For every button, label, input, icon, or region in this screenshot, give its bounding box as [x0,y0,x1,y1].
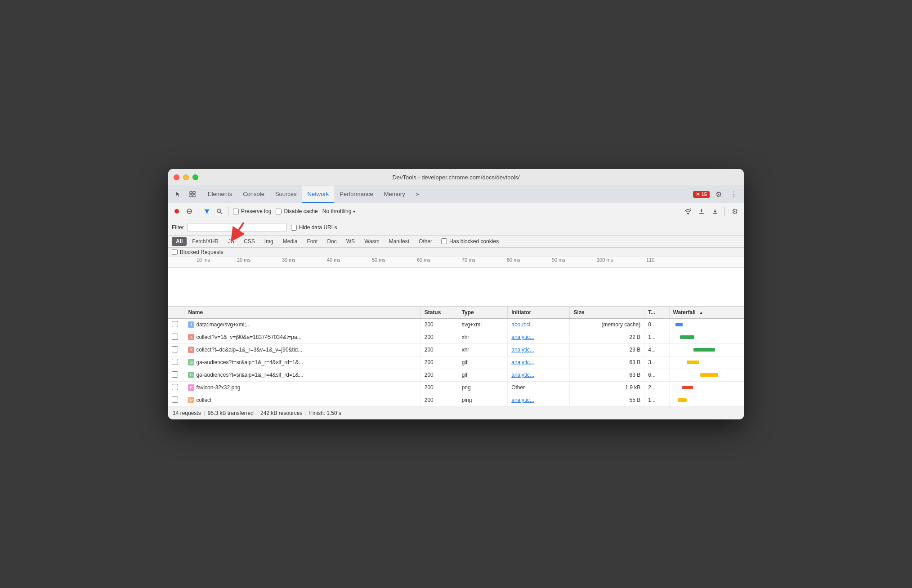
row-name[interactable]: Gga-audiences?t=sr&aip=1&_r=4&slf_rd=1&.… [184,356,420,369]
row-size: 22 B [570,331,644,343]
type-btn-font[interactable]: Font [303,237,322,246]
svg-point-7 [217,209,221,213]
initiator-link[interactable]: analytic... [511,334,534,340]
row-name[interactable]: Xcollect?v=1&_v=j90&a=1837457034&t=pa... [184,331,420,343]
row-name[interactable]: Xcollect?t=dc&aip=1&_r=3&v=1&_v=j90&tid.… [184,343,420,356]
filter-button[interactable] [201,205,213,217]
type-btn-css[interactable]: CSS [240,237,259,246]
blocked-requests-checkbox-label[interactable]: Blocked Requests [172,249,224,255]
initiator-link[interactable]: analytic... [511,359,534,365]
row-checkbox[interactable] [172,346,178,352]
svg-rect-11 [713,213,717,214]
row-initiator: Other [508,381,570,394]
disable-cache-checkbox[interactable] [276,209,282,214]
row-name[interactable]: Gga-audiences?t=sr&aip=1&_r=4&slf_rd=1&.… [184,369,420,381]
table-row[interactable]: Gga-audiences?t=sr&aip=1&_r=4&slf_rd=1&.… [168,369,744,381]
row-checkbox[interactable] [172,321,178,327]
type-btn-ws[interactable]: WS [342,237,359,246]
download-icon[interactable] [709,205,721,217]
upload-icon[interactable] [696,205,707,217]
th-size[interactable]: Size [570,307,644,319]
cursor-icon[interactable] [172,188,184,200]
network-settings-button[interactable]: ⚙ [729,205,741,218]
type-btn-wasm[interactable]: Wasm [360,237,384,246]
initiator-link[interactable]: analytic... [511,347,534,353]
row-time: 4... [644,343,669,356]
type-btn-other[interactable]: Other [415,237,436,246]
th-waterfall[interactable]: Waterfall ▲ [669,307,744,319]
preserve-log-checkbox-label[interactable]: Preserve log [233,208,271,214]
table-row[interactable]: Xcollect?v=1&_v=j90&a=1837457034&t=pa...… [168,331,744,343]
clear-button[interactable] [183,205,195,217]
tab-more[interactable]: » [411,186,425,203]
row-name[interactable]: Pcollect [184,394,420,406]
inspect-icon[interactable] [186,188,199,200]
disable-cache-checkbox-label[interactable]: Disable cache [276,208,317,214]
filter-input[interactable] [191,224,283,231]
row-name[interactable]: Pfavicon-32x32.png [184,381,420,394]
transferred-size: 95.3 kB transferred [208,410,254,416]
th-status[interactable]: Status [420,307,458,319]
tab-console[interactable]: Console [237,186,270,203]
th-time[interactable]: T... [644,307,669,319]
type-btn-media[interactable]: Media [279,237,302,246]
table-row[interactable]: Idata:image/svg+xml;...200svg+xmlabout:c… [168,318,744,331]
row-name-text: favicon-32x32.png [196,384,240,391]
tab-sources[interactable]: Sources [270,186,302,203]
window-title: DevTools - developer.chrome.com/docs/dev… [392,174,519,181]
has-blocked-cookies-checkbox[interactable] [441,238,447,244]
row-initiator[interactable]: analytic... [508,343,570,356]
row-initiator[interactable]: analytic... [508,331,570,343]
th-name[interactable]: Name [184,307,420,319]
settings-button[interactable]: ⚙ [712,188,725,200]
th-type[interactable]: Type [458,307,508,319]
row-initiator[interactable]: analytic... [508,356,570,369]
wifi-icon[interactable] [682,205,694,217]
maximize-button[interactable] [192,174,198,180]
svg-rect-3 [193,195,195,197]
blocked-requests-checkbox[interactable] [172,249,178,255]
type-btn-fetch-xhr[interactable]: Fetch/XHR [188,237,223,246]
row-initiator[interactable]: about:cl... [508,318,570,331]
type-btn-img[interactable]: Img [260,237,277,246]
row-checkbox[interactable] [172,371,178,378]
error-badge[interactable]: ✕ 15 [693,191,710,198]
tab-elements[interactable]: Elements [202,186,237,203]
hide-urls-checkbox[interactable] [291,225,297,231]
table-row[interactable]: Gga-audiences?t=sr&aip=1&_r=4&slf_rd=1&.… [168,356,744,369]
table-row[interactable]: Pfavicon-32x32.png200pngOther1.9 kB2... [168,381,744,394]
table-row[interactable]: Pcollect200pinganalytic...55 B1... [168,394,744,406]
initiator-link[interactable]: analytic... [511,397,534,403]
network-table-wrap[interactable]: Name Status Type Initiator Size T... Wat… [168,307,744,407]
search-button[interactable] [214,205,225,217]
more-options-button[interactable]: ⋮ [728,188,740,200]
row-name[interactable]: Idata:image/svg+xml;... [184,318,420,331]
row-checkbox-cell [168,369,184,381]
row-initiator[interactable]: analytic... [508,369,570,381]
row-checkbox[interactable] [172,396,178,403]
minimize-button[interactable] [183,174,189,180]
hide-urls-label[interactable]: Hide data URLs [291,224,337,231]
initiator-link[interactable]: about:cl... [511,321,535,328]
tab-network[interactable]: Network [302,186,335,203]
row-size: 55 B [570,394,644,406]
type-btn-doc[interactable]: Doc [323,237,340,246]
row-checkbox[interactable] [172,384,178,390]
type-btn-all[interactable]: All [172,237,187,246]
th-initiator[interactable]: Initiator [508,307,570,319]
record-button[interactable] [171,205,183,217]
row-checkbox[interactable] [172,334,178,340]
initiator-link[interactable]: analytic... [511,372,534,378]
row-checkbox[interactable] [172,359,178,365]
blocked-requests-label[interactable]: Has blocked cookies [441,238,499,245]
close-button[interactable] [174,174,179,180]
throttle-select[interactable]: No throttling ▾ [321,208,358,214]
preserve-log-checkbox[interactable] [233,209,239,214]
type-btn-js[interactable]: JS [224,237,238,246]
type-btn-manifest[interactable]: Manifest [385,237,413,246]
row-initiator[interactable]: analytic... [508,394,570,406]
table-row[interactable]: Xcollect?t=dc&aip=1&_r=3&v=1&_v=j90&tid.… [168,343,744,356]
tab-performance[interactable]: Performance [334,186,378,203]
tab-memory[interactable]: Memory [379,186,411,203]
tick-10ms: 10 ms [195,257,210,263]
